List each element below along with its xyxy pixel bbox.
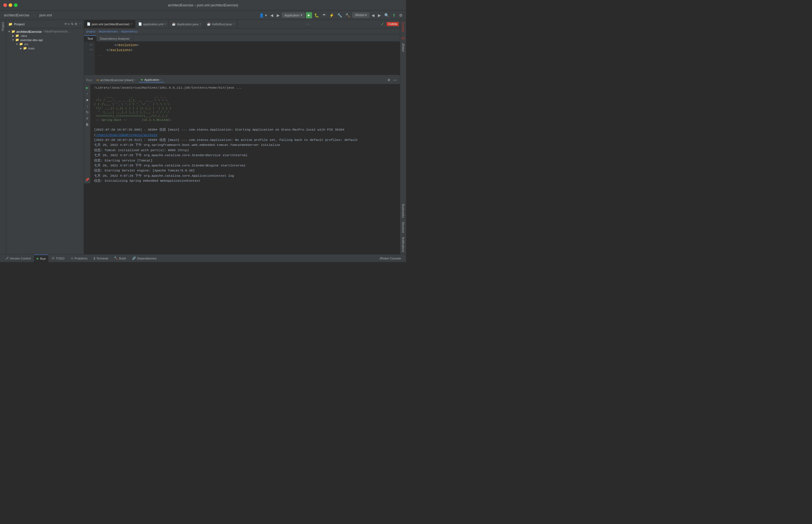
tab-bar: 📄 pom.xml (architectExercise) × 📄 applic… (84, 20, 400, 28)
run-scroll-up-btn[interactable]: ↑ (86, 92, 89, 96)
codota-badge[interactable]: Codota (386, 22, 399, 26)
build-icon[interactable]: 🔨 (344, 13, 351, 17)
collapse-icon[interactable]: ≡ (68, 22, 70, 26)
run-clear-btn[interactable]: 🗑 (85, 122, 90, 127)
run-rerun-btn[interactable]: ↻ (85, 110, 89, 115)
bottom-tab-dependencies[interactable]: 🔗 Dependencies (129, 255, 159, 262)
back-icon[interactable]: ◀ (269, 13, 274, 17)
run-tab-application-close[interactable]: × (160, 78, 162, 81)
left-arr-icon[interactable]: ◀ (370, 13, 376, 17)
right-arr-icon[interactable]: ▶ (377, 13, 382, 17)
forward-icon[interactable]: ▶ (275, 13, 281, 17)
run-config-btn[interactable]: Application ▾ (282, 13, 305, 18)
todo-label: TODO (55, 257, 64, 260)
bottom-tab-problems[interactable]: ⚠ Problems (68, 255, 90, 262)
tree-item-exercise-dev-api[interactable]: ▼ 📁 exercise-dev-api (6, 38, 84, 42)
run-scroll-down-btn[interactable]: ↓ (86, 104, 89, 109)
run-tab-clean-close[interactable]: × (134, 79, 136, 81)
minimize-button[interactable] (9, 3, 12, 7)
problems-icon: ⚠ (70, 257, 74, 260)
maven-tab[interactable]: m (401, 36, 405, 40)
todo-icon: ☑ (52, 257, 54, 260)
maximize-button[interactable] (14, 3, 17, 7)
tree-item-src[interactable]: ▼ 📁 src (6, 42, 84, 46)
bottom-tab-terminal[interactable]: $ Terminal (91, 255, 111, 262)
debug-icon[interactable]: 🐛 (313, 13, 320, 17)
log-line-10: 信息: Initializing Spring embedded WebAppl… (94, 178, 397, 183)
editor-area: 📄 pom.xml (architectExercise) × 📄 applic… (84, 20, 400, 254)
jrebel-btn[interactable]: JRebel ▾ (352, 13, 369, 18)
coverage-icon[interactable]: ☂ (321, 13, 327, 17)
sub-tab-text[interactable]: Text (84, 35, 96, 42)
bottom-tab-run[interactable]: ▶ Run (34, 255, 48, 262)
toolbar-file[interactable]: pom.xml (37, 13, 53, 18)
project-header-icons: ⟳ ≡ ⇅ ⚙ ⋯ (64, 22, 81, 26)
run-tab-application[interactable]: ▶ Application × (139, 77, 164, 83)
jrebel-tab[interactable]: JRebel (401, 42, 405, 53)
tree-item-main[interactable]: ▶ 📁 main (6, 46, 84, 50)
run-pin-btn[interactable]: 📌 (84, 177, 90, 182)
update-icon[interactable]: ⬆ (391, 13, 397, 17)
java-file-icon-2: ☕ (207, 22, 211, 26)
tab-application-java[interactable]: ☕ Application.java × (169, 20, 204, 28)
xml-editor[interactable]: 42 43 .. </exclusion> </exclusions> .. (84, 42, 400, 75)
run-button[interactable]: ▶ (306, 12, 312, 18)
run-stop-btn[interactable]: ■ (86, 98, 89, 102)
tab-application-yml-label: application.yml (143, 22, 163, 26)
tab-helloboot-java[interactable]: ☕ HelloBoot.java × (204, 20, 238, 28)
tools-icon[interactable]: 🔧 (336, 13, 343, 17)
close-button[interactable] (3, 3, 7, 7)
sync-icon[interactable]: ⟳ (64, 22, 67, 26)
run-tab-application-label: Application (144, 78, 159, 81)
breadcrumb-dependencies[interactable]: dependencies (99, 30, 118, 33)
gear-icon[interactable]: ⚙ (75, 22, 77, 26)
tab-application-java-close[interactable]: × (200, 22, 201, 26)
run-tab-clean[interactable]: m architectExercise [clean] × (94, 78, 138, 82)
sub-tab-dependency-analyzer[interactable]: Dependency Analyzer (96, 36, 133, 42)
tab-pom-xml[interactable]: 📄 pom.xml (architectExercise) × (84, 20, 136, 28)
run-play-btn[interactable]: ▶ (85, 85, 89, 90)
project-panel-tab[interactable]: Project (1, 21, 5, 32)
run-panel: Run: m architectExercise [clean] × ▶ App… (84, 75, 400, 183)
run-output[interactable]: /Library/Java/JavaVirtualMachines/jdk1.8… (91, 84, 400, 183)
log-path-1[interactable]: /Users/Stan/IdeaProjects/archite (96, 133, 157, 137)
breadcrumb-project[interactable]: project (86, 30, 95, 33)
tab-application-yml-close[interactable]: × (164, 22, 166, 26)
breadcrumb-dependency[interactable]: dependency (121, 30, 138, 33)
code-content[interactable]: </exclusion> </exclusions> .. (95, 42, 400, 75)
bottom-tab-build[interactable]: 🔨 Build (111, 255, 128, 262)
run-close-btn[interactable]: — (392, 78, 398, 83)
search-icon[interactable]: 🔍 (383, 13, 390, 17)
log-line-9: 七月 20, 2022 4:07:26 下午 org.apache.catali… (94, 174, 397, 178)
settings-icon[interactable]: ⚙ (398, 13, 404, 17)
bottom-tab-version-control[interactable]: ⎇ Version Control (2, 255, 33, 262)
tab-helloboot-java-close[interactable]: × (233, 22, 235, 26)
log-line-2: [2022-07-20 16:07:25.512] - 36304 信息 [ma… (94, 137, 397, 143)
bottom-toolbar: ⎇ Version Control ▶ Run ☑ TODO ⚠ Problem… (0, 254, 406, 262)
notifications-tab[interactable]: Notifications (401, 236, 405, 253)
tab-pom-xml-close[interactable]: × (131, 22, 132, 26)
log-line-5: 七月 20, 2022 4:07:26 下午 org.apache.catali… (94, 153, 397, 158)
problems-label: Problems (75, 257, 87, 260)
java-file-icon-1: ☕ (172, 22, 176, 26)
codota-tab[interactable]: Codota (401, 21, 405, 33)
tab-overflow-menu[interactable]: ⋯ (304, 22, 312, 26)
profile-icon[interactable]: ⚡ (328, 13, 335, 17)
dependencies-label: Dependencies (137, 257, 157, 260)
bottom-tab-jrebel-console[interactable]: JRebel Console (377, 255, 404, 262)
bookmarks-tab[interactable]: Bookmarks (401, 203, 405, 219)
terminal-label: Terminal (96, 257, 108, 260)
user-icon[interactable]: 👤 ▾ (258, 13, 268, 17)
sort-icon[interactable]: ⇅ (71, 22, 74, 26)
tree-item-idea[interactable]: ▶ 📁 .idea (6, 34, 84, 38)
project-name[interactable]: architectExercise (2, 13, 31, 18)
tab-application-yml[interactable]: 📄 application.yml × (136, 20, 169, 28)
more-icon[interactable]: ⋯ (78, 22, 81, 26)
tree-item-root[interactable]: ▼ 📁 architectExercise ~/IdeaProjects/arc… (6, 30, 84, 34)
structure-tab[interactable]: Structure (401, 220, 405, 234)
run-filter-btn[interactable]: ≡ (86, 116, 89, 121)
build-icon-bottom: 🔨 (114, 257, 118, 260)
bottom-tab-todo[interactable]: ☑ TODO (49, 255, 67, 262)
run-settings-btn[interactable]: ⚙ (386, 78, 392, 83)
log-line-6: 信息: Starting service [Tomcat] (94, 158, 397, 163)
